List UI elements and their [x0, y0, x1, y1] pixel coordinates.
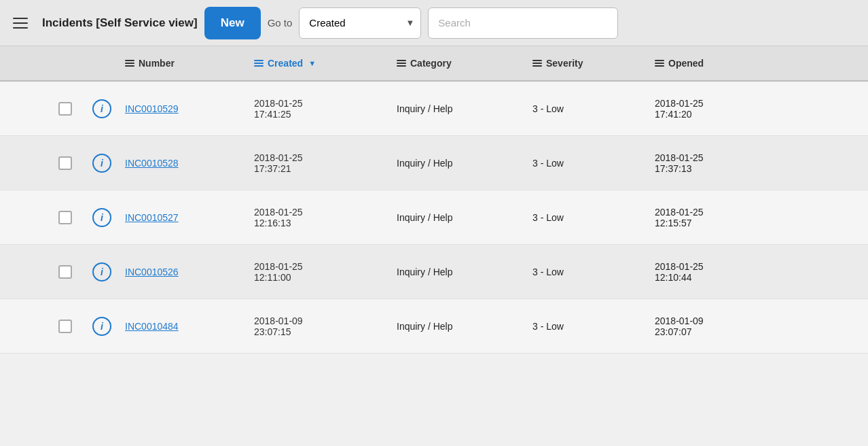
row-opened-cell: 2018-01-2512:10:44 [649, 261, 868, 283]
toolbar: Incidents [Self Service view] New Go to … [0, 0, 868, 46]
row-category-cell: Inquiry / Help [391, 212, 527, 223]
info-icon[interactable]: i [92, 208, 111, 227]
new-button[interactable]: New [204, 7, 261, 39]
row-severity-cell: 3 - Low [527, 321, 649, 332]
row-checkbox[interactable] [58, 320, 72, 333]
row-created-cell: 2018-01-2517:41:25 [249, 98, 391, 120]
sort-desc-icon: ▼ [308, 59, 316, 67]
filter-icon [125, 60, 134, 67]
col-label-opened: Opened [668, 58, 704, 69]
app-title: Incidents [Self Service view] [42, 16, 198, 30]
row-checkbox-cell [46, 211, 84, 224]
table-body: i INC0010529 2018-01-2517:41:25 Inquiry … [0, 82, 868, 354]
row-checkbox[interactable] [58, 102, 72, 116]
row-severity-cell: 3 - Low [527, 103, 649, 114]
col-header-category[interactable]: Category [391, 58, 527, 69]
col-label-severity: Severity [546, 58, 583, 69]
col-header-severity[interactable]: Severity [527, 58, 649, 69]
row-checkbox-cell [46, 265, 84, 279]
table-row: i INC0010526 2018-01-2512:11:00 Inquiry … [0, 245, 868, 299]
incident-link[interactable]: INC0010484 [125, 321, 179, 332]
col-label-number: Number [139, 58, 175, 69]
col-header-opened[interactable]: Opened [649, 58, 868, 69]
table-row: i INC0010527 2018-01-2512:16:13 Inquiry … [0, 190, 868, 245]
row-checkbox[interactable] [58, 211, 72, 224]
info-icon[interactable]: i [92, 262, 111, 281]
table-row: i INC0010528 2018-01-2517:37:21 Inquiry … [0, 136, 868, 190]
row-checkbox[interactable] [58, 156, 72, 170]
col-header-created[interactable]: Created ▼ [249, 58, 391, 69]
menu-button[interactable] [5, 8, 35, 38]
col-label-category: Category [410, 58, 452, 69]
incident-link[interactable]: INC0010527 [125, 212, 179, 223]
row-opened-cell: 2018-01-2512:15:57 [649, 207, 868, 228]
row-category-cell: Inquiry / Help [391, 321, 527, 332]
row-number-cell: INC0010526 [120, 267, 249, 277]
row-info-cell[interactable]: i [84, 99, 120, 118]
row-checkbox-cell [46, 156, 84, 170]
info-icon[interactable]: i [92, 154, 111, 173]
filter-icon [655, 60, 664, 67]
row-created-cell: 2018-01-2517:37:21 [249, 152, 391, 174]
row-checkbox[interactable] [58, 265, 72, 279]
hamburger-icon [13, 22, 28, 24]
column-header-row: Number Created ▼ Category Severity Opene… [0, 46, 868, 82]
row-number-cell: INC0010529 [120, 103, 249, 114]
settings-icon-cell[interactable] [0, 58, 46, 69]
hamburger-icon [13, 18, 28, 19]
row-opened-cell: 2018-01-0923:07:07 [649, 315, 868, 337]
row-category-cell: Inquiry / Help [391, 158, 527, 169]
incident-link[interactable]: INC0010529 [125, 103, 179, 114]
row-severity-cell: 3 - Low [527, 158, 649, 169]
filter-icon [532, 60, 542, 67]
row-number-cell: INC0010528 [120, 158, 249, 169]
row-info-cell[interactable]: i [84, 317, 120, 336]
row-category-cell: Inquiry / Help [391, 267, 527, 277]
row-checkbox-cell [46, 102, 84, 116]
incident-link[interactable]: INC0010526 [125, 267, 179, 277]
row-severity-cell: 3 - Low [527, 267, 649, 277]
hamburger-icon [13, 27, 28, 29]
row-created-cell: 2018-01-2512:16:13 [249, 207, 391, 228]
row-number-cell: INC0010527 [120, 212, 249, 223]
row-info-cell[interactable]: i [84, 208, 120, 227]
info-icon[interactable]: i [92, 317, 111, 336]
row-created-cell: 2018-01-0923:07:15 [249, 315, 391, 337]
col-label-created: Created [268, 58, 303, 69]
row-info-cell[interactable]: i [84, 262, 120, 281]
search-input[interactable] [428, 7, 618, 39]
goto-label: Go to [268, 17, 293, 29]
row-severity-cell: 3 - Low [527, 212, 649, 223]
row-category-cell: Inquiry / Help [391, 103, 527, 114]
table-row: i INC0010484 2018-01-0923:07:15 Inquiry … [0, 299, 868, 354]
row-number-cell: INC0010484 [120, 321, 249, 332]
row-opened-cell: 2018-01-2517:41:20 [649, 98, 868, 120]
row-info-cell[interactable]: i [84, 154, 120, 173]
incident-link[interactable]: INC0010528 [125, 158, 179, 169]
row-checkbox-cell [46, 320, 84, 333]
goto-dropdown-wrap: Created Updated Resolved ▼ [299, 7, 421, 39]
col-header-number[interactable]: Number [120, 58, 249, 69]
goto-dropdown[interactable]: Created Updated Resolved [299, 7, 421, 39]
row-opened-cell: 2018-01-2517:37:13 [649, 152, 868, 174]
table-row: i INC0010529 2018-01-2517:41:25 Inquiry … [0, 82, 868, 136]
row-created-cell: 2018-01-2512:11:00 [249, 261, 391, 283]
filter-icon [254, 60, 264, 67]
filter-icon [397, 60, 406, 67]
info-icon[interactable]: i [92, 99, 111, 118]
